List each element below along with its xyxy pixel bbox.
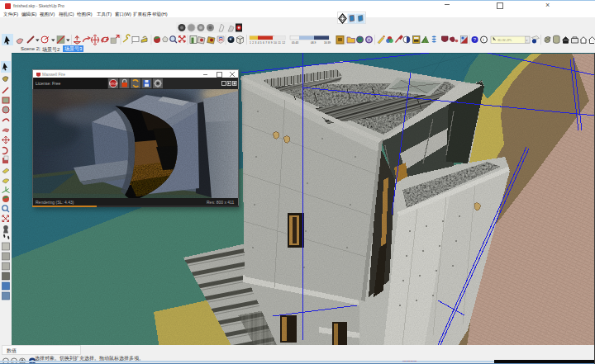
svg-text:STOP: STOP bbox=[110, 83, 118, 86]
svg-text:1 2 3 4 5 6 7 8 9 10 11 12: 1 2 3 4 5 6 7 8 9 10 11 12 bbox=[250, 41, 285, 45]
svg-text:16:39: 16:39 bbox=[324, 41, 331, 45]
svg-text:05:43: 05:43 bbox=[292, 41, 298, 45]
svg-text:3D-W-2PL: 3D-W-2PL bbox=[497, 39, 512, 42]
svg-text:08-9: 08-9 bbox=[311, 41, 317, 45]
svg-text:i: i bbox=[483, 37, 483, 42]
svg-text:v: v bbox=[526, 39, 528, 42]
